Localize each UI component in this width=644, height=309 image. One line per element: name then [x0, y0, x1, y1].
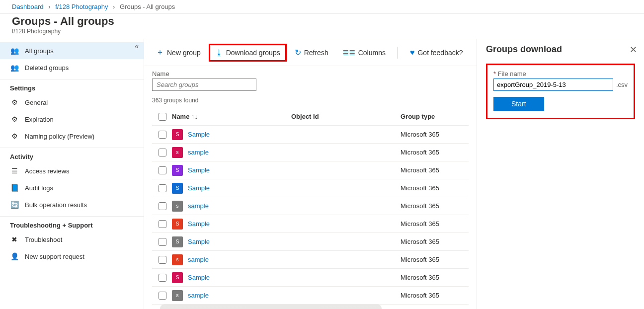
group-name-link[interactable]: sample	[188, 292, 209, 299]
table-row[interactable]: SSampleMicrosoft 365	[152, 179, 469, 197]
download-icon: ⭳	[215, 48, 223, 57]
group-name-link[interactable]: sample	[188, 149, 209, 156]
close-icon[interactable]: ✕	[630, 44, 637, 55]
new-group-button[interactable]: ＋ New group	[150, 43, 207, 62]
col-object-id[interactable]: Object Id	[291, 113, 401, 120]
feedback-label: Got feedback?	[417, 49, 463, 57]
search-input[interactable]	[152, 78, 256, 91]
columns-button[interactable]: ≣≣ Columns	[336, 44, 392, 61]
row-checkbox[interactable]	[159, 238, 166, 246]
group-type-cell: Microsoft 365	[401, 292, 469, 299]
feedback-button[interactable]: ♥ Got feedback?	[404, 44, 469, 61]
group-name-link[interactable]: Sample	[188, 238, 210, 245]
new-group-label: New group	[167, 49, 201, 57]
horizontal-scrollbar[interactable]	[160, 305, 382, 309]
row-checkbox[interactable]	[159, 292, 166, 300]
download-groups-label: Download groups	[226, 49, 280, 57]
row-checkbox[interactable]	[159, 256, 166, 264]
search-label: Name	[152, 70, 469, 77]
panel-form: * File name .csv Start	[486, 64, 635, 119]
sidebar-item-naming-policy-preview-[interactable]: ⚙Naming policy (Preview)	[0, 128, 144, 145]
row-checkbox[interactable]	[159, 220, 166, 228]
sidebar: « 👥All groups👥Deleted groups Settings⚙Ge…	[0, 39, 144, 309]
group-name-link[interactable]: sample	[188, 202, 209, 210]
group-tile-icon: S	[172, 165, 183, 176]
heart-icon: ♥	[410, 48, 415, 57]
table-row[interactable]: ssampleMicrosoft 365	[152, 197, 469, 215]
table-row[interactable]: SSampleMicrosoft 365	[152, 161, 469, 179]
search-block: Name	[144, 66, 477, 95]
book-icon: 📘	[10, 183, 19, 192]
sidebar-item-bulk-operation-results[interactable]: 🔄Bulk operation results	[0, 196, 144, 213]
group-tile-icon: s	[172, 147, 183, 158]
table-row[interactable]: ssampleMicrosoft 365	[152, 251, 469, 269]
sidebar-item-label: Audit logs	[25, 184, 53, 192]
row-checkbox[interactable]	[159, 131, 166, 139]
sidebar-item-access-reviews[interactable]: ☰Access reviews	[0, 162, 144, 179]
group-name-link[interactable]: sample	[188, 256, 209, 263]
sidebar-item-expiration[interactable]: ⚙Expiration	[0, 111, 144, 128]
group-type-cell: Microsoft 365	[401, 202, 469, 210]
sidebar-section-activity: Activity	[0, 148, 144, 162]
table-row[interactable]: SSampleMicrosoft 365	[152, 215, 469, 233]
gear-icon: ⚙	[10, 98, 19, 107]
group-tile-icon: S	[172, 236, 183, 247]
group-type-cell: Microsoft 365	[401, 166, 469, 174]
sidebar-item-deleted-groups[interactable]: 👥Deleted groups	[0, 59, 144, 76]
required-indicator: *	[493, 70, 498, 77]
toolbar: ＋ New group ⭳ Download groups ↻ Refresh …	[144, 39, 477, 66]
group-tile-icon: s	[172, 201, 183, 212]
support-icon: 👤	[10, 252, 19, 261]
breadcrumb-tenant[interactable]: f/128 Photography	[55, 3, 108, 10]
table-header: Name ↑↓ Object Id Group type	[152, 108, 469, 126]
sidebar-item-label: Deleted groups	[25, 64, 69, 72]
page-subtitle: f/128 Photography	[12, 28, 632, 35]
group-type-cell: Microsoft 365	[401, 256, 469, 263]
breadcrumb-dashboard[interactable]: Dashboard	[12, 3, 44, 10]
table-row[interactable]: ssampleMicrosoft 365	[152, 144, 469, 161]
row-checkbox[interactable]	[159, 274, 166, 282]
gear-icon: ⚙	[10, 132, 19, 141]
sidebar-item-all-groups[interactable]: 👥All groups	[0, 42, 144, 59]
sidebar-section-settings: Settings	[0, 79, 144, 94]
refresh-label: Refresh	[304, 49, 328, 57]
row-checkbox[interactable]	[159, 166, 166, 174]
page-title: Groups - All groups	[12, 15, 632, 28]
sidebar-section-troubleshooting-support: Troubleshooting + Support	[0, 216, 144, 231]
group-tile-icon: S	[172, 183, 183, 194]
sidebar-item-label: Naming policy (Preview)	[25, 133, 94, 140]
col-name[interactable]: Name ↑↓	[172, 113, 291, 120]
table-row[interactable]: ssampleMicrosoft 365	[152, 287, 469, 305]
main-content: ＋ New group ⭳ Download groups ↻ Refresh …	[144, 39, 477, 309]
select-all-checkbox[interactable]	[159, 113, 166, 121]
group-icon: 👥	[10, 46, 19, 55]
chevron-right-icon: ›	[48, 3, 50, 10]
groups-table: Name ↑↓ Object Id Group type SSampleMicr…	[144, 108, 477, 309]
sidebar-item-label: Expiration	[25, 116, 54, 123]
sidebar-item-label: General	[25, 99, 48, 106]
table-row[interactable]: SSampleMicrosoft 365	[152, 233, 469, 251]
file-name-input[interactable]	[493, 78, 613, 91]
col-group-type[interactable]: Group type	[401, 113, 469, 120]
table-row[interactable]: SSampleMicrosoft 365	[152, 269, 469, 287]
group-name-link[interactable]: Sample	[188, 166, 210, 174]
start-button[interactable]: Start	[493, 97, 544, 111]
sidebar-item-new-support-request[interactable]: 👤New support request	[0, 248, 144, 265]
row-checkbox[interactable]	[159, 149, 166, 156]
group-name-link[interactable]: Sample	[188, 274, 210, 281]
refresh-button[interactable]: ↻ Refresh	[289, 44, 334, 61]
table-row[interactable]: SSampleMicrosoft 365	[152, 126, 469, 144]
breadcrumb: Dashboard › f/128 Photography › Groups -…	[0, 0, 644, 14]
row-checkbox[interactable]	[159, 184, 166, 192]
sidebar-item-troubleshoot[interactable]: ✖Troubleshoot	[0, 231, 144, 248]
group-name-link[interactable]: Sample	[188, 220, 210, 228]
group-name-link[interactable]: Sample	[188, 131, 210, 138]
sidebar-item-audit-logs[interactable]: 📘Audit logs	[0, 179, 144, 196]
sidebar-item-general[interactable]: ⚙General	[0, 94, 144, 111]
row-checkbox[interactable]	[159, 202, 166, 210]
group-type-cell: Microsoft 365	[401, 149, 469, 156]
collapse-sidebar-icon[interactable]: «	[135, 42, 139, 50]
refresh-icon: 🔄	[10, 200, 19, 209]
download-groups-button[interactable]: ⭳ Download groups	[209, 44, 287, 62]
group-name-link[interactable]: Sample	[188, 184, 210, 192]
